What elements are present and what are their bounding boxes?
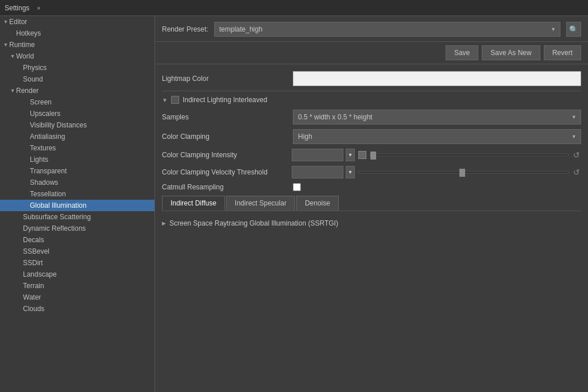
- sidebar-item-clouds[interactable]: Clouds: [0, 303, 154, 315]
- tab-indirect-diffuse[interactable]: Indirect Diffuse: [162, 196, 225, 211]
- ssrtgi-label: Screen Space Raytracing Global Illuminat…: [169, 219, 338, 227]
- sidebar-item-label-world: World: [16, 52, 34, 60]
- sidebar-item-label-shadows: Shadows: [30, 178, 58, 187]
- toolbar: Save Save As New Revert: [155, 42, 588, 64]
- sidebar-item-label-water: Water: [23, 293, 41, 301]
- lightmap-color-input[interactable]: [293, 71, 581, 86]
- lightmap-color-label: Lightmap Color: [162, 75, 288, 83]
- sidebar-item-label-decals: Decals: [23, 236, 44, 244]
- sidebar-item-screen[interactable]: Screen: [0, 96, 154, 108]
- content-panel: Render Preset: template_high 🔍 Save Save…: [155, 16, 588, 392]
- sidebar-item-label-global-illumination: Global Illumination: [30, 201, 87, 209]
- sidebar-item-render[interactable]: ▼Render: [0, 85, 154, 96]
- sidebar-item-antialiasing[interactable]: Antialiasing: [0, 131, 154, 142]
- color-clamping-intensity-slider-thumb[interactable]: [370, 152, 376, 160]
- sidebar-item-label-terrain: Terrain: [23, 282, 44, 290]
- sidebar-item-runtime[interactable]: ▼Runtime: [0, 39, 154, 51]
- sidebar-item-textures[interactable]: Textures: [0, 142, 154, 154]
- sidebar-item-water[interactable]: Water: [0, 292, 154, 303]
- sidebar-item-label-landscape: Landscape: [23, 270, 57, 278]
- sidebar-item-label-render: Render: [16, 87, 38, 95]
- color-clamping-intensity-color-swatch[interactable]: [358, 151, 366, 159]
- sidebar-item-terrain[interactable]: Terrain: [0, 280, 154, 292]
- sidebar-item-landscape[interactable]: Landscape: [0, 269, 154, 280]
- color-clamping-velocity-slider-track[interactable]: [358, 171, 568, 173]
- tab-denoise[interactable]: Denoise: [296, 196, 339, 211]
- sidebar-item-subsurface[interactable]: Subsurface Scattering: [0, 211, 154, 223]
- color-clamping-intensity-slider-track[interactable]: [370, 154, 568, 156]
- revert-button[interactable]: Revert: [544, 45, 581, 60]
- save-as-new-button[interactable]: Save As New: [482, 45, 540, 60]
- sidebar-item-tessellation[interactable]: Tessellation: [0, 188, 154, 200]
- catmull-label: Catmull Resampling: [162, 183, 288, 191]
- window-close-button[interactable]: ×: [34, 3, 43, 13]
- sidebar-item-label-visibility: Visibility Distances: [30, 121, 87, 129]
- color-clamping-intensity-reset[interactable]: ↺: [572, 150, 581, 160]
- sidebar-item-visibility[interactable]: Visibility Distances: [0, 119, 154, 131]
- color-clamping-intensity-label: Color Clamping Intensity: [162, 151, 288, 159]
- color-clamping-intensity-input-wrap: 0.00000 ▼ ↺: [292, 149, 581, 161]
- window-title: Settings: [5, 4, 29, 12]
- sidebar-item-transparent[interactable]: Transparent: [0, 165, 154, 177]
- sidebar-item-label-ssbevel: SSBevel: [23, 247, 49, 255]
- sidebar-item-label-clouds: Clouds: [23, 305, 44, 313]
- tree-arrow-editor: ▼: [2, 19, 9, 25]
- color-clamping-velocity-arrow[interactable]: ▼: [346, 166, 355, 178]
- color-clamping-label: Color Clamping: [162, 133, 288, 141]
- preset-select-wrap: template_high: [214, 22, 560, 37]
- color-clamping-select[interactable]: High: [293, 129, 581, 144]
- sidebar-item-world[interactable]: ▼World: [0, 51, 154, 62]
- section-toggle-arrow[interactable]: ▼: [162, 97, 168, 103]
- samples-select[interactable]: 0.5 * width x 0.5 * height: [293, 110, 581, 125]
- section-header: ▼ Indirect Lighting Interleaved: [162, 96, 581, 104]
- save-button[interactable]: Save: [446, 45, 478, 60]
- divider-1: [162, 91, 581, 91]
- sidebar-item-sound[interactable]: Sound: [0, 73, 154, 85]
- search-icon: 🔍: [569, 25, 578, 34]
- sidebar-item-lights[interactable]: Lights: [0, 154, 154, 165]
- title-bar: Settings ×: [0, 0, 588, 16]
- sidebar-item-dynamic-reflections[interactable]: Dynamic Reflections: [0, 223, 154, 234]
- sidebar-item-global-illumination[interactable]: Global Illumination: [0, 200, 154, 211]
- color-clamping-intensity-input[interactable]: 0.00000: [292, 149, 343, 161]
- color-clamping-velocity-reset[interactable]: ↺: [572, 168, 581, 177]
- samples-select-wrap: 0.5 * width x 0.5 * height: [293, 110, 581, 125]
- tab-indirect-specular[interactable]: Indirect Specular: [226, 196, 295, 211]
- color-clamping-select-wrap: High: [293, 129, 581, 144]
- samples-row: Samples 0.5 * width x 0.5 * height: [162, 110, 581, 125]
- sidebar-item-ssbevel[interactable]: SSBevel: [0, 246, 154, 257]
- color-clamping-velocity-label: Color Clamping Velocity Threshold: [162, 168, 288, 176]
- section-title: Indirect Lighting Interleaved: [183, 96, 267, 104]
- sidebar-item-hotkeys[interactable]: Hotkeys: [0, 28, 154, 39]
- sidebar-item-label-subsurface: Subsurface Scattering: [23, 213, 91, 221]
- ssrtgi-arrow: ▶: [162, 220, 166, 226]
- sidebar-item-label-tessellation: Tessellation: [30, 190, 66, 198]
- sidebar-item-label-transparent: Transparent: [30, 167, 67, 175]
- sidebar-item-editor[interactable]: ▼Editor: [0, 16, 154, 28]
- sidebar-item-ssdirt[interactable]: SSDirt: [0, 257, 154, 269]
- section-checkbox[interactable]: [171, 96, 179, 104]
- sidebar-item-upscalers[interactable]: Upscalers: [0, 108, 154, 119]
- tree-arrow-world: ▼: [9, 53, 16, 59]
- catmull-row: Catmull Resampling: [162, 183, 581, 191]
- samples-label: Samples: [162, 113, 288, 121]
- sidebar-item-physics[interactable]: Physics: [0, 62, 154, 73]
- preset-label: Render Preset:: [162, 25, 208, 33]
- preset-select[interactable]: template_high: [214, 22, 560, 37]
- sidebar-item-label-sound: Sound: [23, 75, 43, 83]
- sidebar-item-label-editor: Editor: [9, 18, 27, 26]
- catmull-checkbox[interactable]: [293, 183, 301, 191]
- sidebar-item-label-physics: Physics: [23, 64, 47, 72]
- color-clamping-intensity-arrow[interactable]: ▼: [346, 149, 355, 161]
- color-clamping-intensity-row: Color Clamping Intensity 0.00000 ▼ ↺: [162, 149, 581, 161]
- search-icon-button[interactable]: 🔍: [566, 22, 581, 37]
- lightmap-color-row: Lightmap Color: [162, 71, 581, 86]
- sidebar-item-label-runtime: Runtime: [9, 41, 35, 49]
- ssrtgi-row[interactable]: ▶ Screen Space Raytracing Global Illumin…: [162, 217, 581, 230]
- sidebar: ▼EditorHotkeys▼Runtime▼WorldPhysicsSound…: [0, 16, 155, 392]
- color-clamping-row: Color Clamping High: [162, 129, 581, 144]
- sidebar-item-decals[interactable]: Decals: [0, 234, 154, 246]
- color-clamping-velocity-input[interactable]: 100.00000: [292, 166, 343, 178]
- color-clamping-velocity-slider-thumb[interactable]: [459, 169, 465, 177]
- sidebar-item-shadows[interactable]: Shadows: [0, 177, 154, 188]
